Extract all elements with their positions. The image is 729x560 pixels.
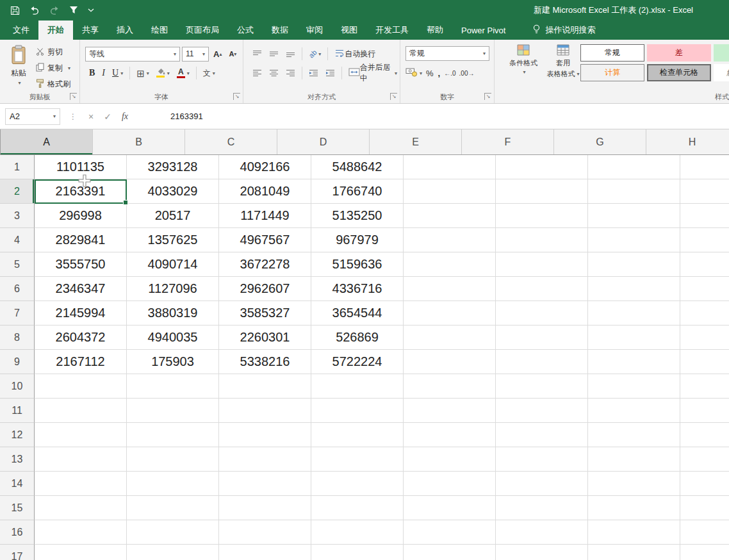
cell-D17[interactable] (311, 545, 404, 560)
cell-C16[interactable] (219, 520, 311, 545)
cell-G16[interactable] (588, 520, 680, 545)
cell-G15[interactable] (588, 496, 680, 520)
cell-D7[interactable]: 3654544 (311, 301, 404, 325)
cell-H2[interactable] (680, 179, 729, 204)
increase-indent-button[interactable] (323, 66, 338, 81)
cell-B15[interactable] (127, 496, 219, 520)
row-header-4[interactable]: 4 (0, 228, 35, 252)
cell-A7[interactable]: 2145994 (35, 301, 127, 325)
formula-bar-splitter[interactable]: ⋮ (69, 112, 77, 121)
comma-style-button[interactable]: , (436, 66, 443, 81)
cell-C2[interactable]: 2081049 (219, 179, 311, 204)
cell-B10[interactable] (127, 374, 219, 399)
cell-B11[interactable] (127, 399, 219, 423)
tab-help[interactable]: 帮助 (418, 21, 452, 40)
format-as-table-button[interactable]: 套用 表格格式▾ (546, 44, 580, 79)
cell-G3[interactable] (588, 204, 680, 228)
cell-B3[interactable]: 20517 (127, 204, 219, 228)
cell-C12[interactable] (219, 423, 311, 447)
row-header-1[interactable]: 1 (0, 155, 35, 179)
align-left-button[interactable] (250, 66, 265, 81)
accounting-format-button[interactable]: ▾ (404, 66, 423, 81)
cell-D6[interactable]: 4336716 (311, 277, 404, 301)
cell-G10[interactable] (588, 374, 680, 399)
cell-C11[interactable] (219, 399, 311, 423)
cell-B4[interactable]: 1357625 (127, 228, 219, 252)
cell-H14[interactable] (680, 472, 729, 496)
cell-G14[interactable] (588, 472, 680, 496)
row-header-11[interactable]: 11 (0, 399, 35, 423)
cell-A16[interactable] (35, 520, 127, 545)
cell-G12[interactable] (588, 423, 680, 447)
cell-C5[interactable]: 3672278 (219, 252, 311, 277)
cell-H10[interactable] (680, 374, 729, 399)
align-center-button[interactable] (266, 66, 281, 81)
align-top-button[interactable] (250, 47, 265, 62)
cell-E5[interactable] (404, 252, 496, 277)
decrease-font-size-button[interactable]: A▾ (226, 47, 239, 62)
cell-D14[interactable] (311, 472, 404, 496)
cell-D1[interactable]: 5488642 (311, 155, 404, 179)
cell-D3[interactable]: 5135250 (311, 204, 404, 228)
cell-C8[interactable]: 2260301 (219, 325, 311, 350)
cell-F6[interactable] (496, 277, 588, 301)
cell-F1[interactable] (496, 155, 588, 179)
row-header-8[interactable]: 8 (0, 325, 35, 350)
cell-style-check[interactable]: 检查单元格 (647, 64, 711, 81)
undo-button[interactable] (29, 6, 40, 15)
decrease-decimal-button[interactable]: .00→ (458, 66, 476, 81)
cell-E14[interactable] (404, 472, 496, 496)
cell-B13[interactable] (127, 447, 219, 472)
cell-E17[interactable] (404, 545, 496, 560)
column-header-G[interactable]: G (554, 129, 646, 154)
row-header-10[interactable]: 10 (0, 374, 35, 399)
cell-F7[interactable] (496, 301, 588, 325)
cell-F10[interactable] (496, 374, 588, 399)
cell-F11[interactable] (496, 399, 588, 423)
cell-E8[interactable] (404, 325, 496, 350)
cell-D15[interactable] (311, 496, 404, 520)
row-header-6[interactable]: 6 (0, 277, 35, 301)
filter-button[interactable] (69, 6, 78, 15)
cell-G13[interactable] (588, 447, 680, 472)
cell-F14[interactable] (496, 472, 588, 496)
column-header-D[interactable]: D (277, 129, 370, 154)
cell-style-normal[interactable]: 常规 (580, 44, 644, 62)
cell-D8[interactable]: 526869 (311, 325, 404, 350)
copy-button[interactable]: 复制 ▾ (36, 63, 70, 74)
font-dialog-launcher[interactable]: ↘ (233, 93, 240, 100)
cell-A17[interactable] (35, 545, 127, 560)
row-header-5[interactable]: 5 (0, 252, 35, 277)
cell-A11[interactable] (35, 399, 127, 423)
cell-H8[interactable] (680, 325, 729, 350)
qat-customize-button[interactable] (88, 8, 94, 13)
cell-D11[interactable] (311, 399, 404, 423)
tab-review[interactable]: 审阅 (297, 21, 332, 40)
cell-B5[interactable]: 4090714 (127, 252, 219, 277)
cell-B9[interactable]: 175903 (127, 350, 219, 374)
cell-A8[interactable]: 2604372 (35, 325, 127, 350)
cell-B6[interactable]: 1127096 (127, 277, 219, 301)
cell-B2[interactable]: 4033029 (127, 179, 219, 204)
cell-F4[interactable] (496, 228, 588, 252)
cell-G2[interactable] (588, 179, 680, 204)
cell-A3[interactable]: 296998 (35, 204, 127, 228)
cell-F16[interactable] (496, 520, 588, 545)
cell-D5[interactable]: 5159636 (311, 252, 404, 277)
cell-E3[interactable] (404, 204, 496, 228)
row-header-7[interactable]: 7 (0, 301, 35, 325)
tab-formulas[interactable]: 公式 (228, 21, 263, 40)
cell-A4[interactable]: 2829841 (35, 228, 127, 252)
cell-C13[interactable] (219, 447, 311, 472)
cell-E2[interactable] (404, 179, 496, 204)
cell-G8[interactable] (588, 325, 680, 350)
row-header-17[interactable]: 17 (0, 545, 35, 560)
row-header-13[interactable]: 13 (0, 447, 35, 472)
row-header-15[interactable]: 15 (0, 496, 35, 520)
cell-G6[interactable] (588, 277, 680, 301)
cell-style-calc[interactable]: 计算 (580, 64, 644, 81)
tab-file[interactable]: 文件 (4, 21, 38, 40)
conditional-formatting-button[interactable]: 条件格式 ▾ (504, 44, 543, 75)
cell-G5[interactable] (588, 252, 680, 277)
cell-D4[interactable]: 967979 (311, 228, 404, 252)
